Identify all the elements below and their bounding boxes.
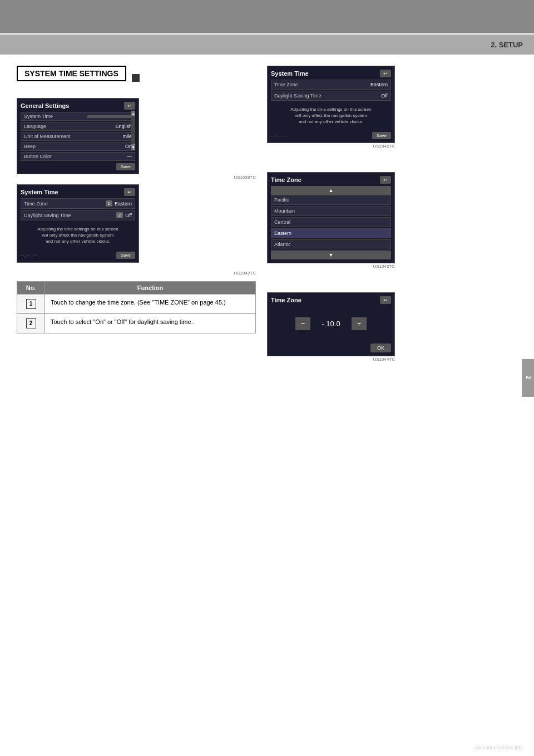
- st1-label-dst: Daylight Saving Time: [24, 213, 114, 218]
- gs-value-unit: mile: [122, 134, 132, 139]
- gs-label-button-color: Button Color: [24, 154, 127, 159]
- gs-back-btn[interactable]: ↩: [124, 102, 135, 110]
- gs-header: General Settings ↩: [21, 102, 135, 110]
- timezone-list-block: Time Zone ↩ ▲ Pacific Mountain Central E…: [267, 172, 517, 273]
- tz-item-mountain[interactable]: Mountain: [271, 206, 391, 216]
- gs-footer: Save: [21, 163, 135, 170]
- table-col1-header: No.: [17, 281, 45, 294]
- left-column: SYSTEM TIME SETTINGS General Settings ↩ …: [17, 66, 256, 374]
- system-time-screen: System Time ↩ Time Zone 1 Eastern Daylig…: [17, 184, 139, 263]
- tz-ok-btn[interactable]: OK: [370, 343, 391, 352]
- st2-back-btn[interactable]: ↩: [380, 70, 391, 77]
- section-bullet: [132, 74, 140, 82]
- timezone-value-screen: Time Zone ↩ − - 10.0 + OK: [267, 292, 395, 356]
- tz-list-back-btn[interactable]: ↩: [380, 176, 391, 184]
- gs-save-btn[interactable]: Save: [116, 163, 135, 170]
- table-row: 1 Touch to change the time zone. (See "T…: [17, 294, 256, 313]
- st1-num-1: 1: [106, 200, 112, 207]
- st1-footer: -- : -- : -- Save: [21, 252, 135, 259]
- timezone-value-block: Time Zone ↩ − - 10.0 + OK US1044TC: [267, 292, 517, 366]
- gs-value-language: English: [115, 124, 132, 129]
- st2-title: System Time: [271, 70, 309, 77]
- function-table: No. Function 1 Touch to change the time …: [17, 281, 256, 333]
- st1-row-dst[interactable]: Daylight Saving Time 2 Off: [21, 210, 135, 220]
- st1-num-2: 2: [116, 212, 123, 218]
- watermark: carmanualsonline.info: [474, 745, 523, 750]
- gs-row-system-time[interactable]: System Time: [21, 112, 135, 121]
- gs-label-language: Language: [24, 124, 115, 129]
- st1-info: Adjusting the time settings on this scre…: [21, 222, 135, 249]
- tz-plus-btn[interactable]: +: [352, 317, 367, 330]
- st2-save-btn[interactable]: Save: [372, 132, 391, 139]
- tz-val-title: Time Zone: [271, 297, 301, 303]
- section-header-text: 2. SETUP: [491, 41, 523, 49]
- gs-row-beep[interactable]: Beep On: [21, 142, 135, 151]
- gs-code: US1038TC: [17, 175, 256, 180]
- st2-label-timezone: Time Zone: [274, 82, 370, 87]
- tz-val-code: US1044TC: [267, 357, 395, 362]
- gs-title: General Settings: [21, 102, 69, 109]
- st2-header: System Time ↩: [271, 70, 391, 77]
- gs-row-button-color[interactable]: Button Color —: [21, 152, 135, 161]
- st2-time: -- : -- : --: [271, 133, 287, 138]
- st2-code: US1042TC: [267, 144, 395, 149]
- gs-label-system-time: System Time: [24, 114, 87, 119]
- st1-save-btn[interactable]: Save: [116, 252, 135, 259]
- system-time-right-screen: System Time ↩ Time Zone Eastern Daylight…: [267, 66, 395, 143]
- tz-list-code: US1043TC: [267, 264, 395, 269]
- gs-bar-system-time: [87, 115, 132, 118]
- gs-scrollbar: ▲ ▼: [131, 111, 135, 150]
- tz-item-central[interactable]: Central: [271, 217, 391, 227]
- general-settings-screen-wrap: General Settings ↩ System Time Language …: [17, 98, 256, 180]
- section-header: 2. SETUP: [0, 35, 534, 55]
- gs-value-button-color: —: [127, 154, 132, 159]
- st1-row-timezone[interactable]: Time Zone 1 Eastern: [21, 198, 135, 209]
- tz-minus-btn[interactable]: −: [295, 317, 311, 330]
- st1-back-btn[interactable]: ↩: [124, 188, 135, 196]
- st2-footer: -- : -- : -- Save: [271, 132, 391, 139]
- st2-value-timezone: Eastern: [370, 82, 388, 87]
- num-badge-2: 2: [26, 318, 36, 328]
- tz-item-atlantic[interactable]: Atlantic: [271, 239, 391, 249]
- tz-list-items: ▲ Pacific Mountain Central Eastern Atlan…: [271, 186, 391, 259]
- content-area: SYSTEM TIME SETTINGS General Settings ↩ …: [0, 55, 534, 385]
- tz-value-display: − - 10.0 +: [271, 306, 391, 341]
- timezone-list-screen: Time Zone ↩ ▲ Pacific Mountain Central E…: [267, 172, 395, 263]
- st1-code: US1042TC: [17, 271, 256, 276]
- gs-label-unit: Unit of Measurement: [24, 134, 122, 139]
- gs-scroll-down[interactable]: ▼: [131, 144, 135, 150]
- st2-row-timezone[interactable]: Time Zone Eastern: [271, 80, 391, 90]
- gs-scroll-up[interactable]: ▲: [131, 111, 135, 116]
- st2-row-dst[interactable]: Daylight Saving Time Off: [271, 91, 391, 101]
- st2-label-dst: Daylight Saving Time: [274, 93, 381, 99]
- tz-value: - 10.0: [322, 320, 340, 328]
- tz-val-back-btn[interactable]: ↩: [380, 296, 391, 304]
- right-column: System Time ↩ Time Zone Eastern Daylight…: [267, 66, 517, 374]
- tz-val-header: Time Zone ↩: [271, 296, 391, 304]
- tz-scroll-up[interactable]: ▲: [271, 186, 391, 195]
- st1-time: -- : -- : --: [21, 253, 37, 258]
- tz-list-header: Time Zone ↩: [271, 176, 391, 184]
- table-col2-header: Function: [45, 281, 256, 294]
- system-time-screen-wrap: System Time ↩ Time Zone 1 Eastern Daylig…: [17, 184, 256, 276]
- table-row: 2 Touch to select "On" or "Off" for dayl…: [17, 313, 256, 333]
- gs-label-beep: Beep: [24, 144, 125, 149]
- st1-header: System Time ↩: [21, 188, 135, 196]
- tz-list-title: Time Zone: [271, 176, 301, 183]
- st2-info: Adjusting the time settings on this scre…: [271, 102, 391, 130]
- tz-scroll-down[interactable]: ▼: [271, 251, 391, 259]
- tz-item-eastern[interactable]: Eastern: [271, 228, 391, 238]
- st1-label-timezone: Time Zone: [24, 201, 103, 207]
- st1-title: System Time: [21, 189, 58, 195]
- section-title: SYSTEM TIME SETTINGS: [24, 69, 118, 78]
- num-badge-1: 1: [26, 299, 36, 309]
- st1-value-timezone: Eastern: [115, 201, 132, 207]
- tz-item-pacific[interactable]: Pacific: [271, 195, 391, 205]
- system-time-right-block: System Time ↩ Time Zone Eastern Daylight…: [267, 66, 517, 153]
- table-cell-func-2: Touch to select "On" or "Off" for daylig…: [45, 313, 256, 333]
- top-bar: [0, 0, 534, 33]
- gs-row-unit[interactable]: Unit of Measurement mile: [21, 132, 135, 141]
- chapter-tab: 2: [522, 359, 534, 397]
- st2-value-dst: Off: [381, 93, 388, 99]
- gs-row-language[interactable]: Language English: [21, 122, 135, 131]
